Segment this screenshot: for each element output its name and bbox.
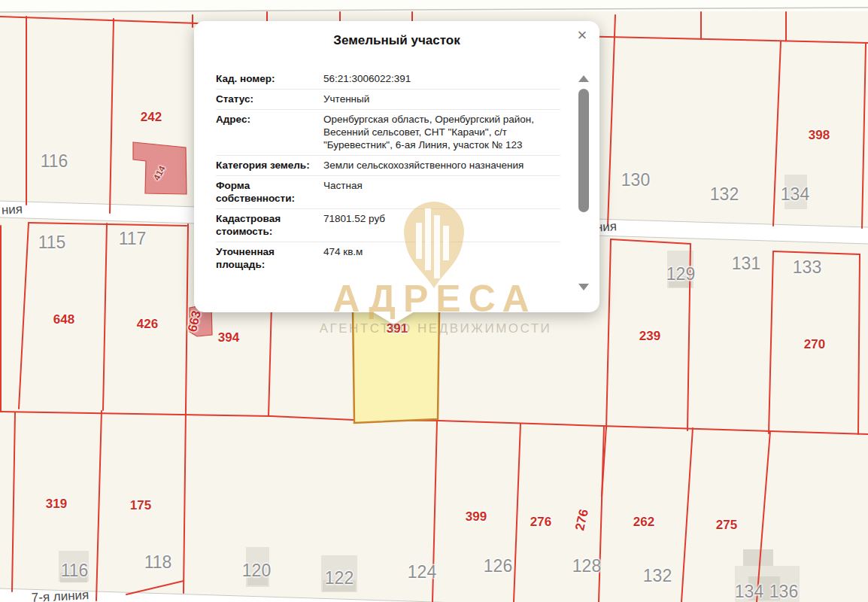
parcel-number-label[interactable]: 262 (633, 515, 654, 530)
field-value: Частная (323, 179, 560, 205)
parcel-number-label[interactable]: 128 (572, 556, 601, 576)
parcel-number-label[interactable]: 131 (732, 254, 760, 274)
parcel-number-label[interactable]: 126 (484, 556, 512, 576)
parcel-number-label[interactable]: 116 (41, 151, 68, 172)
field-value: 71801.52 руб (323, 212, 560, 238)
field-value: Учтенный (323, 93, 560, 105)
parcel-number-label[interactable]: 239 (639, 329, 660, 344)
parcel-number-label[interactable]: 129 (666, 264, 695, 284)
field-label: Адрес: (216, 113, 323, 151)
parcel-number-label[interactable]: 270 (804, 337, 825, 352)
field-label: Категория земель: (216, 159, 323, 172)
cadastral-map-view[interactable]: 2423986484266633943912392703191753992762… (0, 0, 868, 602)
scroll-up-arrow-icon[interactable] (578, 75, 589, 82)
popup-fields: Кад. номер: 56:21:3006022:391 Статус: Уч… (216, 69, 560, 275)
parcel-number-label[interactable]: 648 (53, 312, 74, 327)
parcel-number-label[interactable]: 124 (408, 562, 436, 582)
parcel-number-label[interactable]: 115 (38, 233, 66, 253)
popup-field-row: Категория земель: Земли сельскохозяйстве… (216, 156, 560, 176)
field-label: Кад. номер: (216, 72, 323, 85)
parcel-number-label[interactable]: 116 (61, 561, 89, 581)
road-top (0, 0, 868, 12)
field-label: Кадастровая стоимость: (216, 212, 323, 238)
field-label: Статус: (216, 93, 323, 105)
parcel-info-popup[interactable]: × Земельный участок Кад. номер: 56:21:30… (194, 21, 599, 312)
parcel-number-label[interactable]: 118 (144, 552, 172, 573)
popup-scrollbar[interactable] (578, 72, 590, 290)
popup-field-row: Кад. номер: 56:21:3006022:391 (216, 69, 560, 90)
popup-field-row: Уточненная площадь: 474 кв.м (216, 242, 560, 275)
parcel-number-label[interactable]: 134 (735, 582, 763, 602)
field-value: Оренбургская область, Оренбургский район… (323, 113, 560, 151)
close-icon[interactable]: × (572, 26, 592, 45)
parcel-number-label[interactable]: 133 (793, 257, 821, 278)
parcel-number-label[interactable]: 319 (46, 497, 67, 512)
popup-field-row: Статус: Учтенный (216, 90, 560, 110)
field-value: Земли сельскохозяйственного назначения (323, 159, 560, 172)
parcel-number-label[interactable]: 117 (119, 229, 147, 249)
popup-field-row: Кадастровая стоимость: 71801.52 руб (216, 209, 560, 242)
parcel-number-label[interactable]: 130 (621, 170, 650, 190)
parcel-number-label[interactable]: 175 (130, 498, 151, 513)
field-value: 474 кв.м (323, 245, 560, 271)
parcel-number-label[interactable]: 398 (809, 128, 830, 143)
street-label: ния (1, 202, 23, 217)
parcel-number-label[interactable]: 242 (141, 110, 162, 125)
popup-title: Земельный участок (239, 33, 554, 48)
parcel-number-label[interactable]: 120 (242, 561, 271, 581)
parcel-number-label[interactable]: 122 (325, 568, 354, 588)
parcel-number-label[interactable]: 134 (781, 184, 809, 205)
parcel-number-label[interactable]: 275 (716, 518, 737, 533)
field-label: Форма собственности: (216, 179, 323, 205)
parcel-number-label[interactable]: 426 (137, 317, 158, 332)
parcel-number-label[interactable]: 136 (769, 582, 798, 602)
popup-pointer (372, 312, 414, 324)
field-label: Уточненная площадь: (216, 245, 323, 271)
scrollbar-thumb[interactable] (578, 89, 589, 212)
field-value: 56:21:3006022:391 (323, 72, 560, 85)
parcel-number-label[interactable]: 132 (710, 184, 739, 205)
parcel-number-label[interactable]: 132 (643, 566, 672, 586)
parcel-number-label[interactable]: 399 (466, 509, 487, 524)
scroll-down-arrow-icon[interactable] (578, 284, 589, 290)
popup-field-row: Адрес: Оренбургская область, Оренбургски… (216, 110, 560, 156)
street-label: 7-я линия (31, 588, 90, 602)
parcel-number-label[interactable]: 394 (218, 330, 239, 345)
popup-field-row: Форма собственности: Частная (216, 176, 560, 209)
parcel-number-label[interactable]: 276 (530, 515, 551, 530)
